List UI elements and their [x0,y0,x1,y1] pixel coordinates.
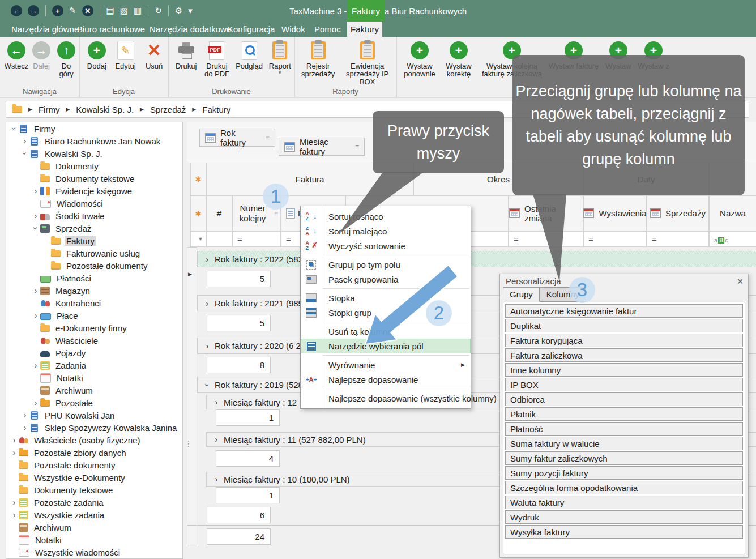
add-circle-icon[interactable]: + [52,5,63,16]
menu-item-grupuj-po-tym-polu[interactable]: Grupuj po tym polu [301,257,471,272]
sidebar-item-pozostałe-dokumenty[interactable]: Pozostałe dokumenty [6,459,182,471]
group-field-item[interactable]: Odbiorca [505,392,743,406]
ribbon-button-do-góry[interactable]: ↑Do góry [54,40,79,78]
group-field-item[interactable]: Faktura korygująca [505,334,743,347]
sidebar-item-wiadomości[interactable]: Wiadomości [6,197,182,210]
group-field-item[interactable]: Suma faktury w walucie [505,437,743,450]
filter-cell[interactable] [206,231,232,247]
tab-narz-dzia-g-wne[interactable]: Narzędzia główne [8,22,82,37]
sidebar-item-fakturowanie-usług[interactable]: Fakturowanie usług [6,247,182,259]
menu-item-pasek-grupowania[interactable]: Pasek grupowania [301,272,471,287]
splitter-handle[interactable]: ⋮ [186,435,191,452]
close-circle-icon[interactable]: ✕ [82,5,93,16]
close-icon[interactable]: ✕ [737,277,744,286]
sidebar-item-magazyn[interactable]: ›Magazyn [6,284,182,297]
sidebar-item-pojazdy[interactable]: Pojazdy [6,347,182,359]
ribbon-button-usuń[interactable]: ✕Usuń [140,40,168,70]
expander-chevron-icon[interactable]: › [31,287,40,295]
expander-chevron-icon[interactable]: › [20,424,29,432]
group-field-item[interactable]: Sumy pozycji faktury [505,466,743,480]
sidebar-item-właściciele-osoby-fizyczne-[interactable]: ›Właściciele (osoby fizyczne) [6,434,182,446]
expander-chevron-icon[interactable]: › [31,361,40,369]
menu-item-najlepsze-dopasowanie-wszystkie-kolumny-[interactable]: Najlepsze dopasowanie (wszystkie kolumny… [301,391,471,406]
sidebar-item-wszystkie-e-dokumenty[interactable]: Wszystkie e-Dokumenty [6,471,182,484]
group-field-item[interactable]: Płatność [505,422,743,436]
sidebar-item-sklep-spożywczy-kowalska-janina[interactable]: ›Sklep Spożywczy Kowalska Janina [6,421,182,434]
sidebar-item-dokumenty-tekstowe[interactable]: Dokumenty tekstowe [6,484,182,496]
edit-pencil-icon[interactable]: ✎ [69,6,76,16]
sidebar-item-wszystkie-zadania[interactable]: ›Wszystkie zadania [6,509,182,521]
column-header-sprzedaży[interactable]: Sprzedaży [647,195,709,231]
sidebar-item-notatki[interactable]: Notatki [6,534,182,546]
sidebar-item-pozostałe-zadania[interactable]: ›Pozostałe zadania [6,496,182,509]
sidebar-item-płatności[interactable]: Płatności [6,272,182,284]
expander-chevron-icon[interactable]: › [10,498,19,506]
menu-item-najlepsze-dopasowanie[interactable]: +A+Najlepsze dopasowanie [301,372,471,387]
column-header-ostatnia-zmiana[interactable]: Ostatnia zmiana [509,195,583,231]
sidebar-item-biuro-rachunkowe-jan-nowak[interactable]: ›Biuro Rachunkowe Jan Nowak [6,135,182,147]
print-preview-icon[interactable]: ▧ [120,6,128,16]
menu-item-usuń-tą-kolumnę[interactable]: Usuń tą kolumnę [301,324,471,339]
sidebar-item-faktury[interactable]: Faktury [6,234,182,247]
expander-chevron-icon[interactable]: › [203,381,211,389]
sidebar-item-dokumenty-tekstowe[interactable]: Dokumenty tekstowe [6,172,182,185]
expander-chevron-icon[interactable]: › [10,124,18,133]
ribbon-button-rejestr-sprzedaży[interactable]: Rejestr sprzedaży [298,40,338,86]
sidebar-item-sprzedaż[interactable]: ›Sprzedaż [6,222,182,234]
group-field-item[interactable]: Duplikat [505,319,743,332]
expander-chevron-icon[interactable]: › [10,436,19,444]
menu-item-wyczyść-sortowanie[interactable]: AZ✗Wyczyść sortowanie [301,238,471,253]
breadcrumb-item[interactable]: Kowalski Sp. J. [76,105,134,114]
menu-item-sortuj-rosnąco[interactable]: AZ↓Sortuj rosnąco [301,209,471,224]
ribbon-button-drukuj-do-pdf[interactable]: PDFDrukuj do PDF [201,40,232,78]
ribbon-button-wstecz[interactable]: ←Wstecz [4,40,29,78]
sidebar-item-phu-kowalski-jan[interactable]: ›PHU Kowalski Jan [6,409,182,421]
expander-chevron-icon[interactable]: › [21,149,29,158]
breadcrumb-item[interactable]: Firmy [39,105,60,114]
group-field-item[interactable]: Automatyczne księgowanie faktur [505,304,743,318]
group-field-item[interactable]: Sumy faktur zaliczkowych [505,451,743,465]
group-field-item[interactable]: Wysyłka faktury [505,525,743,539]
sidebar-item-środki-trwałe[interactable]: ›Środki trwałe [6,210,182,222]
group-field-item[interactable]: Szczególna forma opodatkowania [505,481,743,494]
sidebar-item-dokumenty[interactable]: Dokumenty [6,160,182,172]
expander-chevron-icon[interactable]: › [10,511,19,519]
sidebar-item-kontrahenci[interactable]: Kontrahenci [6,297,182,309]
column-header-#[interactable]: # [206,195,232,231]
tab-biuro-rachunkowe[interactable]: Biuro rachunkowe [74,22,148,37]
ribbon-button-wystaw-korektę[interactable]: +Wystaw korektę [440,40,477,78]
filter-cell[interactable]: = [647,231,709,247]
ribbon-button-dodaj[interactable]: +Dodaj [83,40,110,70]
tab-konfiguracja[interactable]: Konfiguracja [224,22,278,37]
group-field-item[interactable]: Faktura zaliczkowa [505,348,743,362]
filter-cell[interactable]: = [232,231,281,247]
sidebar-item-archiwum[interactable]: Archiwum [6,384,182,396]
group-row[interactable]: ›Rok faktury : 2022 (582 1 [197,251,756,267]
sidebar-item-ewidencje-księgowe[interactable]: ›Ewidencje księgowe [6,185,182,197]
column-header-wystawienia[interactable]: Wystawienia [583,195,647,231]
sidebar-item-e-dokumenty-firmy[interactable]: e-Dokumenty firmy [6,322,182,334]
sidebar-item-pozostałe[interactable]: ›Pozostałe [6,396,182,409]
menu-item-sortuj-malejąco[interactable]: ZA↓Sortuj malejąco [301,224,471,238]
expander-chevron-icon[interactable]: › [20,411,29,419]
group-field-item[interactable]: Płatnik [505,407,743,421]
expander-chevron-icon[interactable]: › [212,475,220,483]
breadcrumb-item[interactable]: Sprzedaż [150,105,186,114]
print-icon[interactable]: ▤ [106,6,114,16]
sidebar-item-właściciele[interactable]: Właściciele [6,334,182,347]
breadcrumb-item[interactable]: Faktury [202,105,230,114]
menu-item-narzędzie-wybierania-pól[interactable]: Narzędzie wybierania pól [301,339,471,353]
sidebar-item-pozostałe-dokumenty[interactable]: Pozostałe dokumenty [6,259,182,272]
personalization-tab-grupy[interactable]: Grupy [503,287,540,302]
group-chip-rok-faktury[interactable]: Rok faktury≡ [199,129,275,147]
filter-cell[interactable]: = [583,231,647,247]
tab-widok[interactable]: Widok [278,22,309,37]
back-circle-icon[interactable]: ← [11,5,22,16]
sidebar-item-firmy[interactable]: ›Firmy [6,122,182,135]
ribbon-button-ewidencja-sprzedaży-ip-box[interactable]: Ewidencja sprzedaży IP BOX [339,40,396,86]
filter-cell[interactable]: = [509,231,583,247]
tab-faktury[interactable]: Faktury [347,22,382,37]
group-chip-miesiac-faktury[interactable]: Miesiąc faktury≡ [279,138,365,156]
settings-gear-icon[interactable]: ⚙ [175,6,182,16]
group-field-item[interactable]: IP BOX [505,378,743,391]
